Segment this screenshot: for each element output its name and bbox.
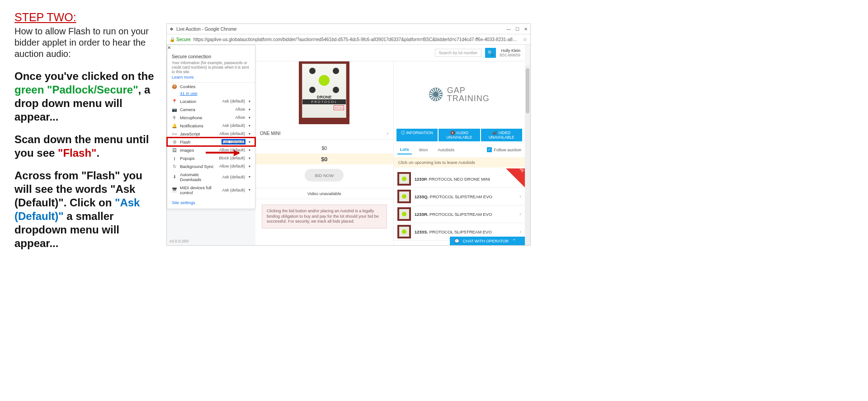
permission-value-dropdown[interactable]: Allow (default) (219, 164, 245, 168)
lot-row[interactable]: 1233Q. PROTOCOL SLIPSTREAM EVO› (394, 188, 525, 205)
permission-icon: ⬇ (172, 174, 177, 179)
page-header: Search by lot number 🔍 Holly Klein BSC49… (255, 45, 525, 61)
lot-thumbnail (397, 225, 411, 238)
brand-line-1: GAP (447, 86, 490, 94)
permission-value-dropdown[interactable]: Block (default) (219, 156, 245, 160)
permission-label: Popups (180, 156, 216, 161)
lot-thumbnail (397, 172, 411, 186)
site-info-dropdown: ✕ Secure connection Your information (fo… (167, 45, 255, 209)
window-close-button[interactable]: ✕ (524, 27, 528, 32)
lock-icon: 🔒 (170, 37, 175, 42)
lot-row[interactable]: 1233P. PROTOCOL NEO DRONE MINI›LIVE (394, 170, 525, 188)
chevron-right-icon: › (519, 228, 521, 235)
close-icon[interactable]: ✕ (167, 45, 171, 50)
lot-label: 1233S. PROTOCOL SLIPSTREAM EVO (415, 229, 492, 234)
chevron-down-icon: ▾ (249, 99, 250, 103)
red-highlight: "Flash" (58, 147, 96, 159)
instruction-para-1: Once you've clicked on the green "Padloc… (14, 70, 156, 124)
permission-row-background-sync[interactable]: ↻Background SyncAllow (default)▾ (167, 162, 255, 170)
checkbox-icon: ✓ (487, 147, 492, 152)
app-icon: ❖ (170, 27, 174, 32)
permission-row-flash[interactable]: ⚙FlashAsk (default)▾ (167, 138, 255, 146)
tab-won[interactable]: Won (416, 145, 430, 154)
scrollbar[interactable] (525, 65, 530, 245)
permission-label: Automatic Downloads (180, 172, 219, 182)
permission-row-microphone[interactable]: 🎙MicrophoneAllow▾ (167, 113, 255, 121)
permission-value-dropdown[interactable]: Allow (235, 107, 245, 112)
url-text: https://gaplive-us.globalauctionplatform… (193, 37, 523, 42)
permission-value-dropdown[interactable]: Ask (default) (222, 188, 245, 192)
tab-lots[interactable]: Lots (397, 145, 412, 154)
chevron-right-icon: › (519, 211, 521, 217)
permission-value-dropdown[interactable]: Ask (default) (222, 140, 245, 144)
learn-more-link[interactable]: Learn more (172, 75, 194, 79)
chevron-down-icon: ▾ (249, 107, 250, 112)
chevron-right-icon: › (387, 130, 389, 137)
bookmark-icon[interactable]: ✩ (523, 37, 530, 42)
lot-title-text: ONE MINI (260, 131, 281, 136)
chevron-right-icon: › (519, 193, 521, 200)
permission-icon: ⚙ (172, 140, 177, 145)
permission-row-location[interactable]: 📍LocationAsk (default)▾ (167, 97, 255, 105)
permission-row-automatic-downloads[interactable]: ⬇Automatic DownloadsAsk (default)▾ (167, 170, 255, 183)
permission-row-midi-devices-full-control[interactable]: 🎹MIDI devices full controlAsk (default)▾ (167, 183, 255, 196)
lot-title-row[interactable]: ONE MINI › (255, 127, 393, 140)
search-icon: 🔍 (487, 50, 494, 56)
step-subtitle: How to allow Flash to run on your bidder… (14, 26, 156, 60)
permission-row-notifications[interactable]: 🔔NotificationsAsk (default)▾ (167, 121, 255, 130)
text: . (97, 147, 100, 159)
permission-row-camera[interactable]: 📷CameraAllow▾ (167, 105, 255, 113)
lot-thumbnail (397, 190, 411, 203)
permission-value-dropdown[interactable]: Allow (default) (219, 131, 245, 136)
permission-value-dropdown[interactable]: Ask (default) (222, 175, 245, 179)
green-highlight: green "Padlock/Secure" (14, 84, 138, 96)
chat-with-operator-button[interactable]: 💬 CHAT WITH OPERATOR ⌃ (450, 237, 525, 245)
window-maximize-button[interactable]: ☐ (515, 27, 519, 32)
permission-value-dropdown[interactable]: Ask (default) (222, 123, 245, 128)
follow-auction-toggle[interactable]: ✓ Follow auction (487, 147, 521, 152)
permission-label: Location (180, 99, 219, 104)
chevron-down-icon: ▾ (249, 175, 250, 179)
scrollbar-thumb[interactable] (526, 68, 529, 113)
chevron-down-icon: ▾ (249, 164, 250, 168)
instruction-para-2: Scan down the menu until you see "Flash"… (14, 133, 156, 160)
bid-now-button[interactable]: BID NOW (305, 169, 344, 182)
site-settings-link[interactable]: Site settings (167, 196, 255, 209)
package-tag: #233 (334, 105, 344, 110)
lot-tabs: Lots Won Autobids ✓ Follow auction (397, 145, 521, 154)
user-info[interactable]: Holly Klein BSC499659 (500, 48, 520, 57)
info-button[interactable]: ⓘ INFORMATION (396, 129, 438, 141)
secure-badge[interactable]: 🔒 Secure (167, 37, 193, 42)
search-input[interactable]: Search by lot number (435, 49, 482, 57)
permission-value-dropdown[interactable]: Ask (default) (222, 99, 245, 103)
package-word: DRONE (317, 95, 332, 99)
permission-row-javascript[interactable]: <>JavaScriptAllow (default)▾ (167, 130, 255, 138)
drone-icon (308, 67, 340, 94)
step-title: STEP TWO: (14, 11, 156, 24)
window-minimize-button[interactable]: — (506, 27, 511, 32)
tab-autobids[interactable]: Autobids (435, 145, 457, 154)
chevron-up-icon: ⌃ (512, 238, 516, 243)
legal-notice: Clicking the bid button and/or placing a… (262, 205, 387, 228)
video-unavailable-button[interactable]: 📹 VIDEO UNAVAILABLE (481, 129, 522, 141)
audio-unavailable-button[interactable]: 🔇 AUDIO UNAVAILABLE (439, 129, 480, 141)
permission-label: Camera (180, 107, 232, 112)
cookies-label: Cookies (180, 84, 250, 89)
lot-label: 1233P. PROTOCOL NEO DRONE MINI (415, 177, 490, 182)
cookies-row[interactable]: 🍪 Cookies (167, 83, 255, 91)
permission-icon: 🖼 (172, 148, 177, 153)
permission-icon: 📍 (172, 99, 177, 104)
permission-value-dropdown[interactable]: Allow (235, 115, 245, 120)
permission-row-popups[interactable]: ⫿PopupsBlock (default)▾ (167, 154, 255, 162)
brand-logo-area: GAP TRAINING (394, 61, 525, 128)
address-bar[interactable]: 🔒 Secure https://gaplive-us.globalauctio… (167, 34, 530, 45)
permission-label: JavaScript (180, 131, 217, 136)
brand-line-2: TRAINING (447, 94, 490, 103)
lot-row[interactable]: 1233R. PROTOCOL SLIPSTREAM EVO› (394, 205, 525, 223)
text: Once you've clicked on the (14, 70, 154, 82)
search-button[interactable]: 🔍 (485, 48, 496, 58)
follow-label: Follow auction (494, 147, 521, 152)
lot-label: 1233Q. PROTOCOL SLIPSTREAM EVO (415, 194, 492, 199)
permission-icon: 🔔 (172, 123, 177, 128)
cookies-count-link[interactable]: 41 in use (180, 91, 198, 96)
